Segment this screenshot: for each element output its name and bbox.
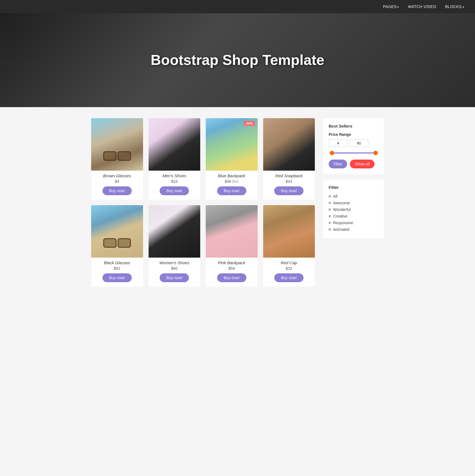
filter-section: Filter AllAwesomeWonderfulCreativeRespon…: [323, 179, 384, 238]
hero-title: Bootstrap Shop Template: [145, 52, 330, 68]
buy-button-red-cap[interactable]: Buy now!: [274, 273, 304, 282]
filter-item-all[interactable]: All: [329, 193, 378, 200]
discount-badge: -50%: [244, 121, 255, 126]
product-original-price: $92: [232, 179, 239, 184]
buy-button-red-snapback[interactable]: Buy now!: [274, 186, 304, 195]
buy-button-mens-shoes[interactable]: Buy now!: [160, 186, 189, 195]
product-card-red-snapback: Red Snapback$43Buy now!: [263, 118, 315, 200]
main-container: Brown Glasses$4Buy now!Men's Shoes$16Buy…: [86, 118, 389, 287]
price-inputs: [329, 139, 378, 147]
product-name: Brown Glasses: [91, 173, 143, 178]
filter-items-container: AllAwesomeWonderfulCreativeResponsiveAni…: [329, 193, 378, 233]
product-card-blue-backpack: -50%Blue Backpack$46$92Buy now!: [206, 118, 258, 200]
product-price: $4: [91, 179, 143, 184]
filter-item-label: Responsive: [333, 221, 353, 225]
products-section: Brown Glasses$4Buy now!Men's Shoes$16Buy…: [91, 118, 315, 287]
product-card-mens-shoes: Men's Shoes$16Buy now!: [149, 118, 200, 200]
product-name: Pink Backpack: [206, 260, 258, 265]
product-card-red-cap: Red Cap$32Buy now!: [263, 205, 315, 287]
best-sellers-title: Best Sellers: [329, 124, 378, 128]
product-name: Black Glasses: [91, 260, 143, 265]
product-card-womens-shoes: Women's Shoes$60Buy now!: [149, 205, 200, 287]
product-price: $58: [206, 266, 258, 271]
nav-blocks[interactable]: BLOCKS▾: [445, 4, 464, 9]
price-range-label: Price Range: [329, 132, 378, 137]
product-image-black-glasses: [91, 205, 143, 258]
range-fill: [330, 152, 377, 154]
product-name: Red Snapback: [263, 173, 315, 178]
buy-button-pink-backpack[interactable]: Buy now!: [217, 273, 246, 282]
product-price: $32: [263, 266, 315, 271]
nav-watch-video[interactable]: WATCH VIDEO: [408, 4, 436, 9]
glasses-detail-icon: [103, 151, 131, 160]
product-price: $60: [149, 266, 200, 271]
buy-button-womens-shoes[interactable]: Buy now!: [160, 273, 189, 282]
buy-button-brown-glasses[interactable]: Buy now!: [102, 186, 132, 195]
nav-pages[interactable]: PAGES▾: [383, 4, 399, 9]
navbar: PAGES▾ WATCH VIDEO BLOCKS▾: [0, 0, 475, 13]
sidebar-buttons: Filter Show all: [329, 160, 378, 168]
product-image-pink-backpack: [206, 205, 258, 258]
filter-item-label: Wonderful: [333, 207, 351, 212]
product-price: $16: [149, 179, 200, 184]
product-image-red-cap: [263, 205, 315, 258]
product-card-brown-glasses: Brown Glasses$4Buy now!: [91, 118, 143, 200]
filter-item-label: Animated: [333, 227, 349, 232]
filter-title: Filter: [329, 185, 378, 190]
filter-dot-icon: [329, 195, 331, 197]
filter-dot-icon: [329, 208, 331, 211]
product-image-brown-glasses: [91, 118, 143, 171]
product-name: Women's Shoes: [149, 260, 200, 265]
product-name: Red Cap: [263, 260, 315, 265]
product-price: $43: [263, 179, 315, 184]
filter-item-creative[interactable]: Creative: [329, 213, 378, 220]
product-image-mens-shoes: [149, 118, 200, 171]
filter-item-responsive[interactable]: Responsive: [329, 220, 378, 226]
filter-item-label: Awesome: [333, 201, 350, 205]
best-sellers-section: Best Sellers Price Range Filter Show all: [323, 118, 384, 174]
filter-button[interactable]: Filter: [329, 160, 347, 168]
filter-dot-icon: [329, 222, 331, 224]
filter-dot-icon: [329, 228, 331, 231]
filter-dot-icon: [329, 202, 331, 204]
buy-button-black-glasses[interactable]: Buy now!: [102, 273, 132, 282]
filter-item-wonderful[interactable]: Wonderful: [329, 206, 378, 213]
product-image-blue-backpack: -50%: [206, 118, 258, 171]
products-grid: Brown Glasses$4Buy now!Men's Shoes$16Buy…: [91, 118, 315, 287]
product-name: Blue Backpack: [206, 173, 258, 178]
sidebar: Best Sellers Price Range Filter Show all…: [323, 118, 384, 287]
product-name: Men's Shoes: [149, 173, 200, 178]
range-thumb-left[interactable]: [330, 151, 334, 155]
filter-dot-icon: [329, 215, 331, 217]
price-min-input[interactable]: [329, 139, 347, 147]
buy-button-blue-backpack[interactable]: Buy now!: [217, 186, 246, 195]
product-image-red-snapback: [263, 118, 315, 171]
range-thumb-right[interactable]: [373, 151, 378, 155]
filter-item-label: Creative: [333, 214, 347, 218]
filter-item-animated[interactable]: Animated: [329, 226, 378, 233]
product-card-pink-backpack: Pink Backpack$58Buy now!: [206, 205, 258, 287]
price-max-input[interactable]: [350, 139, 368, 147]
product-card-black-glasses: Black Glasses$91Buy now!: [91, 205, 143, 287]
product-price: $91: [91, 266, 143, 271]
filter-item-label: All: [333, 194, 337, 199]
hero-section: Bootstrap Shop Template: [0, 13, 475, 107]
product-price: $46$92: [206, 179, 258, 184]
filter-item-awesome[interactable]: Awesome: [329, 200, 378, 206]
glasses-detail-icon: [103, 238, 131, 247]
product-image-womens-shoes: [149, 205, 200, 258]
range-slider[interactable]: [329, 150, 378, 156]
show-all-button[interactable]: Show all: [350, 160, 374, 168]
